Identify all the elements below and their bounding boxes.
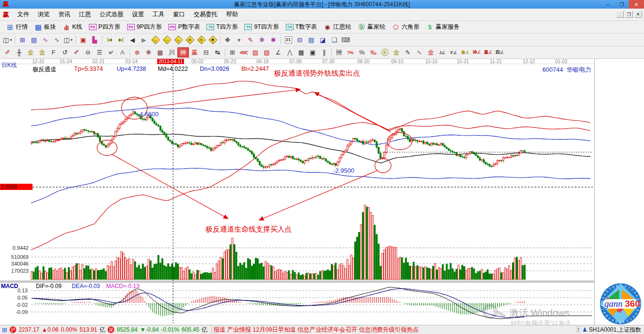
tool-candle-style-dropdown[interactable]: ◫▼ [63, 35, 74, 45]
toolbar-winner-wheel[interactable]: Ⓑ赢家轮 [354, 22, 389, 32]
menu-帮助[interactable]: 帮助 [222, 9, 242, 20]
toolbar-t-square[interactable]: T8T四方形 [203, 22, 241, 32]
tool-calculator[interactable]: ⊟ [294, 35, 306, 45]
tool-gann-cross-diamond-button[interactable]: ✚ [207, 35, 218, 45]
tool-pan-hand[interactable]: ✥ [222, 35, 233, 45]
menu-浏览[interactable]: 浏览 [33, 9, 54, 20]
menu-工具[interactable]: 工具 [148, 9, 169, 20]
tool-f10-info[interactable]: ▤ [28, 35, 40, 45]
toolbar-9p-square[interactable]: P99P四方形 [124, 22, 165, 32]
draw-grid[interactable]: ╫ [13, 47, 25, 57]
tool-gann-flower-2[interactable]: ✱ [268, 35, 279, 45]
menu-设置[interactable]: 设置 [128, 9, 148, 20]
menu-交易委托[interactable]: 交易委托 [189, 9, 222, 20]
tool-gann-left-diamond-button[interactable]: ← [150, 35, 161, 45]
draw-f-grid[interactable]: F [48, 47, 59, 57]
tool-crosshair[interactable]: + [233, 35, 245, 45]
draw-web[interactable]: ❋ [143, 47, 154, 57]
tool-calendar[interactable]: 21 [283, 35, 294, 45]
restore-button[interactable]: ❐ [615, 0, 629, 9]
draw-gold-circle[interactable]: 金 [379, 47, 391, 57]
draw-7-percent[interactable]: 7% [345, 47, 356, 57]
draw-angle-shen[interactable]: 神∠ [471, 47, 482, 57]
mdi-restore-button[interactable]: ❐ [625, 11, 633, 18]
tool-export[interactable]: ❏ [328, 35, 340, 45]
toolbar-hexagon[interactable]: ⬡六角形 [389, 22, 423, 32]
toolbar-quotes[interactable]: ⊞行情 [3, 22, 31, 32]
draw-zigzag[interactable]: ⋀ [284, 47, 295, 57]
draw-fan[interactable]: ⋘ [238, 47, 250, 57]
tool-color-bars[interactable]: ▙ [89, 35, 100, 45]
tool-network-view[interactable]: ⊞ [17, 35, 28, 45]
tool-gann-flower-1[interactable]: ❋ [256, 35, 268, 45]
draw-angle-lines[interactable]: ∠ [273, 47, 284, 57]
toolbar-winner-service[interactable]: $赢家服务 [423, 22, 463, 32]
tool-chart-3[interactable]: ∿ [40, 35, 51, 45]
draw-angle-ying[interactable]: 赢∠ [482, 47, 494, 57]
draw-rivers[interactable]: 川 [166, 47, 177, 57]
draw-square9[interactable]: n² [105, 47, 117, 57]
draw-percent[interactable]: % [356, 47, 368, 57]
toolbar-p-table[interactable]: PNP数字表 [165, 22, 203, 32]
draw-angle-j[interactable]: J∠ [437, 47, 448, 57]
draw-black-grid[interactable]: ▦ [295, 47, 307, 57]
toolbar-kline[interactable]: K线 [59, 22, 86, 32]
menu-资讯[interactable]: 资讯 [54, 9, 75, 20]
draw-angle-four[interactable]: 四∠ [494, 47, 505, 57]
news-ticker[interactable]: 报道 产业情报 12月09日早知道 信息产业经济年会召开 信息消费升级引领热点 [214, 326, 576, 334]
menu-文件[interactable]: 文件 [13, 9, 33, 20]
toolbar-t-table[interactable]: TNT数字表 [283, 22, 320, 32]
draw-ying-grid[interactable]: 赢 [189, 47, 200, 57]
draw-angle-f[interactable]: F∠ [448, 47, 459, 57]
mdi-close-button[interactable]: ✕ [634, 11, 642, 18]
draw-permille[interactable]: ‰ [368, 47, 379, 57]
mdi-minimize-button[interactable]: ˍ [616, 11, 624, 18]
toolbar-9t-square[interactable]: T99T四方形 [241, 22, 282, 32]
draw-price-bars[interactable]: 卌 [333, 47, 345, 57]
draw-measure[interactable]: ↹ [212, 47, 223, 57]
tool-last-bar[interactable]: ▶| [115, 35, 127, 45]
draw-gold-grid-2[interactable]: 金 [36, 47, 48, 57]
menu-公式选股[interactable]: 公式选股 [95, 9, 128, 20]
tool-gann-close-diamond-button[interactable]: ✕ [184, 35, 196, 45]
toolbar-p-square[interactable]: P8P四方形 [86, 22, 124, 32]
draw-pen[interactable]: ✐ [2, 47, 13, 57]
tool-save[interactable]: ◪ [317, 35, 328, 45]
draw-target[interactable]: ⊕ [131, 47, 143, 57]
draw-spiral[interactable]: ↺ [59, 47, 71, 57]
draw-ellipse[interactable]: ⊖ [82, 47, 94, 57]
menu-江恩[interactable]: 江恩 [75, 9, 95, 20]
tool-pattern-box[interactable]: ▣ [77, 35, 89, 45]
draw-candle-pen[interactable]: ✎ [402, 47, 414, 57]
draw-grid-box[interactable]: ▣ [307, 47, 318, 57]
draw-gold-red[interactable]: 金 [425, 47, 437, 57]
tool-notepad[interactable]: ▤ [306, 35, 317, 45]
tool-gann-expand-diamond-button[interactable]: ↔ [173, 35, 184, 45]
draw-shen-grid[interactable]: 神 [177, 47, 189, 57]
draw-box-web[interactable]: ▩ [154, 47, 166, 57]
draw-red-box[interactable]: ▨ [250, 47, 261, 57]
tool-draw-mark[interactable]: ✎ [245, 35, 256, 45]
toolbar-sectors[interactable]: ▦板块 [31, 22, 59, 32]
tool-period-dropdown[interactable]: ◫▼ [2, 35, 13, 45]
menu-窗口[interactable]: 窗口 [169, 9, 189, 20]
close-button[interactable]: ✕ [629, 0, 644, 9]
toolbar-gann-wheel[interactable]: ◉江恩轮 [320, 22, 355, 32]
draw-lines[interactable]: ☰ [94, 47, 105, 57]
draw-red-box-2[interactable]: ▧ [261, 47, 273, 57]
tool-print[interactable]: ⌨ [340, 35, 351, 45]
draw-box-tool[interactable]: ⊞ [227, 47, 238, 57]
tool-chart-9[interactable]: ∿ [51, 35, 63, 45]
minimize-button[interactable]: – [601, 0, 615, 9]
symbol-spinner[interactable]: ▲▼ [576, 326, 580, 333]
draw-mark-pen[interactable]: ✐ [71, 47, 82, 57]
tool-gann-star-diamond-button[interactable]: ✳ [196, 35, 207, 45]
draw-angle-a[interactable]: A [117, 47, 128, 57]
quote-grid-icon[interactable]: ⊞ [2, 326, 7, 334]
draw-wave-a[interactable]: ∿ [414, 47, 425, 57]
draw-parallel[interactable]: ∥ [318, 47, 330, 57]
draw-gold-lines[interactable]: 金 [391, 47, 402, 57]
draw-gold-grid[interactable]: 金 [25, 47, 36, 57]
draw-ruler[interactable]: ⊟ [200, 47, 212, 57]
tool-gann-right-diamond-button[interactable]: → [161, 35, 173, 45]
